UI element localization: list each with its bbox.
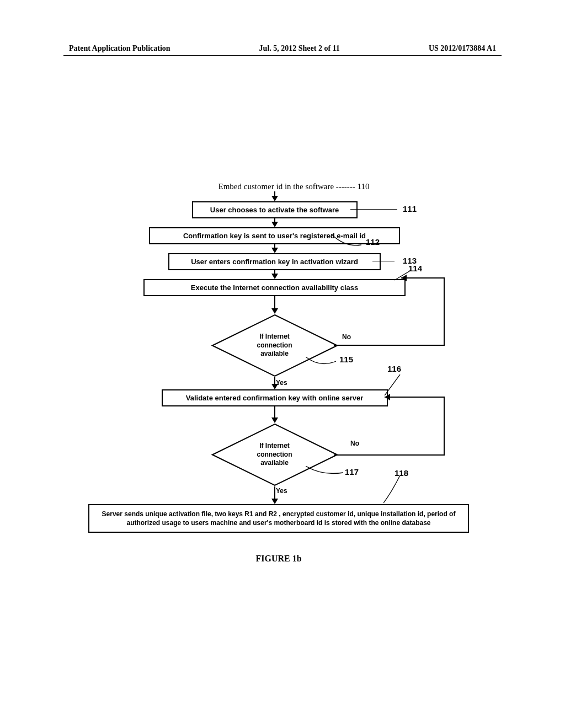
header-right: US 2012/0173884 A1 — [429, 44, 496, 53]
step-activate: User chooses to activate the software — [192, 201, 358, 218]
header-bar: Patent Application Publication Jul. 5, 2… — [0, 44, 565, 53]
label-112: 112 — [366, 237, 380, 247]
embed-customer-text: Embed customer id in the software ------… — [218, 182, 370, 191]
leader-117 — [306, 466, 350, 480]
leader-111 — [350, 209, 397, 210]
label-111: 111 — [403, 204, 417, 213]
yes-label-1: Yes — [276, 379, 287, 387]
arrow-115-116: Yes — [77, 377, 472, 389]
label-115: 115 — [339, 355, 353, 364]
arrow-117-118: Yes — [77, 486, 472, 504]
svg-marker-1 — [401, 275, 407, 281]
decision-internet-1-text: If Internet connection available — [257, 333, 292, 358]
figure-caption: FIGURE 1b — [255, 554, 301, 564]
no-path-2 — [334, 389, 472, 466]
step-server-sends: Server sends unique activation file, two… — [88, 504, 469, 533]
arrow-111-112 — [77, 218, 472, 227]
leader-115 — [306, 357, 339, 373]
step-enter-key: User enters confirmation key in activati… — [168, 253, 381, 270]
label-116: 116 — [387, 364, 401, 373]
leader-113 — [372, 261, 395, 261]
arrow-110-111 — [77, 191, 472, 201]
flowchart: Embed customer id in the software ------… — [86, 182, 472, 564]
arrow-112-113 — [77, 244, 472, 253]
yes-label-2: Yes — [276, 487, 287, 495]
no-path-1 — [334, 270, 472, 358]
header-center: Jul. 5, 2012 Sheet 2 of 11 — [259, 44, 340, 53]
label-117: 117 — [345, 467, 359, 477]
svg-marker-3 — [385, 394, 390, 400]
leader-112 — [331, 234, 364, 250]
header-left: Patent Application Publication — [69, 44, 170, 53]
decision-internet-2-text: If Internet connection available — [257, 442, 292, 468]
header-divider — [63, 55, 502, 56]
